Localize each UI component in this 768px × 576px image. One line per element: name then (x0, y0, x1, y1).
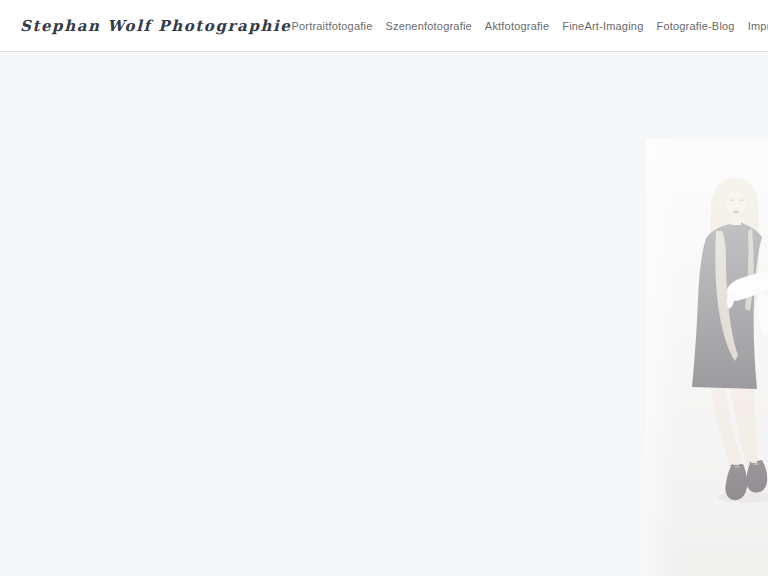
nav-item-portraitfotografie[interactable]: Portraitfotogafie (291, 20, 372, 32)
site-logo[interactable]: Stephan Wolf Photographie (20, 17, 291, 35)
model-portrait-photo (646, 139, 768, 576)
main-content-area (0, 53, 768, 576)
main-nav: Portraitfotogafie Szenenfotografie Aktfo… (291, 20, 768, 32)
nav-item-szenenfotografie[interactable]: Szenenfotografie (385, 20, 471, 32)
nav-item-impressum[interactable]: Impressum (748, 20, 768, 32)
page: Stephan Wolf Photographie Portraitfotoga… (0, 0, 768, 576)
nav-item-fineart-imaging[interactable]: FineArt-Imaging (562, 20, 643, 32)
nav-item-fotografie-blog[interactable]: Fotografie-Blog (656, 20, 734, 32)
nav-item-aktfotografie[interactable]: Aktfotografie (485, 20, 549, 32)
highkey-wash-overlay (646, 139, 768, 576)
site-header: Stephan Wolf Photographie Portraitfotoga… (0, 0, 768, 52)
